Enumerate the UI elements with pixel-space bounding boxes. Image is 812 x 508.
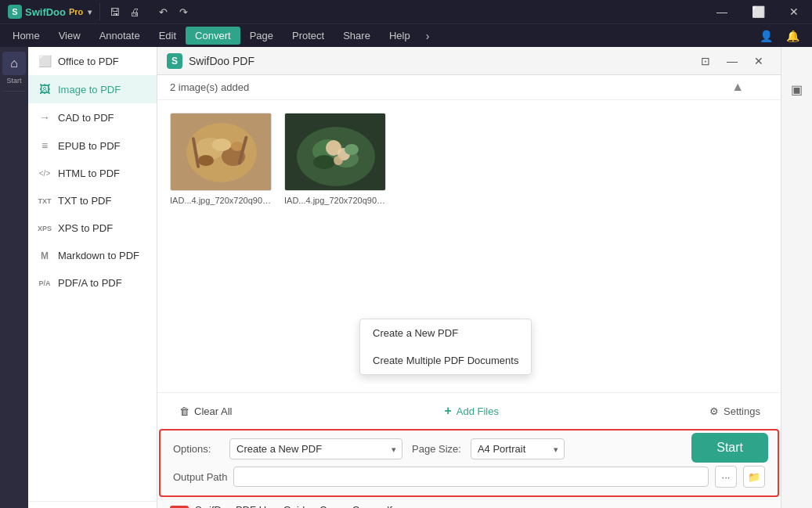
image-item: IAD...4.jpg_720x720q90g.jpg: [170, 113, 272, 205]
sidebar-item-office-to-pdf[interactable]: ⬜ Office to PDF: [28, 47, 157, 75]
menu-more-button[interactable]: ›: [420, 27, 436, 45]
minimize-button[interactable]: —: [704, 0, 740, 23]
left-panel: ⬜ Office to PDF 🖼 Image to PDF → CAD to …: [28, 47, 157, 508]
chrome-controls: ⊡ — ✕: [693, 51, 771, 71]
cad-icon: →: [38, 111, 52, 124]
html-label: HTML to PDF: [58, 168, 120, 179]
html-icon: </>: [38, 169, 52, 178]
window-minimize-button[interactable]: —: [720, 51, 745, 71]
food-image-2: [285, 113, 385, 190]
app-icon-small: S: [167, 53, 182, 69]
menu-right-icons: 👤 🔔: [756, 27, 809, 45]
markdown-icon: M: [38, 250, 52, 261]
sidebar-divider: [3, 91, 25, 92]
window-close-button[interactable]: ✕: [746, 51, 771, 71]
undo-button[interactable]: ↶: [153, 3, 172, 20]
app-icon: S: [8, 5, 22, 19]
notification-icon-button[interactable]: 🔔: [782, 27, 803, 45]
output-path-dots-button[interactable]: ···: [715, 466, 737, 488]
sidebar-item-cad-to-pdf[interactable]: → CAD to PDF: [28, 103, 157, 132]
output-path-input[interactable]: [233, 467, 709, 487]
undo-redo-toolbar: ↶ ↷: [149, 3, 197, 20]
right-sidebar-grid-button[interactable]: ▣: [785, 77, 810, 102]
more-features-button[interactable]: ‹ More Features: [28, 501, 157, 508]
menu-item-protect[interactable]: Protect: [283, 27, 334, 45]
file-name: SwifDoo PDF User Guide - Copy - Copy.pdf: [195, 504, 718, 508]
menu-item-convert[interactable]: Convert: [186, 27, 240, 45]
options-select[interactable]: Create a New PDF Create Multiple PDF Doc…: [229, 438, 402, 459]
output-path-folder-button[interactable]: 📁: [743, 466, 765, 488]
user-icon-button[interactable]: 👤: [756, 27, 776, 45]
add-files-button[interactable]: + Add Files: [435, 399, 508, 423]
window-chrome: S SwifDoo PDF ⊡ — ✕: [157, 47, 781, 75]
content-panel: 2 image(s) added: [157, 75, 781, 508]
settings-label: Settings: [724, 405, 760, 417]
options-select-wrapper: Create a New PDF Create Multiple PDF Doc…: [229, 438, 402, 459]
redo-button[interactable]: ↷: [174, 3, 193, 20]
scroll-controls: ▲: [727, 75, 749, 99]
menu-item-annotate[interactable]: Annotate: [90, 27, 150, 45]
images-count: 2 image(s) added: [170, 81, 249, 93]
svg-point-16: [345, 144, 359, 155]
window-resize-button[interactable]: ⊡: [693, 51, 718, 71]
svg-point-5: [198, 155, 214, 166]
image-label-2: IAD...4.jpg_720x720q90g.jpg: [284, 196, 386, 205]
cad-label: CAD to PDF: [58, 112, 114, 124]
scroll-up-button[interactable]: ▲: [730, 78, 745, 95]
output-path-label: Output Path: [173, 471, 227, 483]
svg-point-17: [334, 156, 343, 165]
xps-label: XPS to PDF: [58, 222, 113, 234]
maximize-button[interactable]: ⬜: [740, 0, 776, 23]
save-button[interactable]: 🖫: [105, 3, 124, 20]
file-entry-details: SwifDoo PDF User Guide - Copy - Copy.pdf…: [195, 504, 718, 508]
sidebar-item-epub-to-pdf[interactable]: ≡ EPUB to PDF: [28, 132, 157, 160]
bottom-toolbar: 🗑 Clear All + Add Files ⚙ Settings: [157, 392, 781, 429]
start-button[interactable]: Start: [691, 433, 768, 463]
epub-label: EPUB to PDF: [58, 140, 120, 152]
dropdown-item-new-pdf[interactable]: Create a New PDF: [360, 319, 531, 347]
file-icon: PDF: [170, 506, 189, 509]
title-bar: S SwifDoo Pro ▾ 🖫 🖨 ↶ ↷ — ⬜ ✕: [0, 0, 812, 23]
dropdown-item-multiple-pdf[interactable]: Create Multiple PDF Documents: [360, 347, 531, 374]
menu-item-home[interactable]: Home: [3, 27, 49, 45]
menu-item-help[interactable]: Help: [380, 27, 420, 45]
office-icon: ⬜: [38, 55, 52, 67]
sidebar-icons: ⌂ Start: [0, 47, 28, 508]
app-logo: S SwifDoo Pro ▾: [0, 5, 99, 19]
menu-item-share[interactable]: Share: [334, 27, 380, 45]
markdown-label: Markdown to PDF: [58, 250, 139, 261]
settings-button[interactable]: ⚙ Settings: [702, 401, 768, 422]
grid-icon: ▣: [791, 82, 803, 97]
sidebar-item-txt-to-pdf[interactable]: TXT TXT to PDF: [28, 187, 157, 214]
sidebar-item-xps-to-pdf[interactable]: XPS XPS to PDF: [28, 214, 157, 242]
menu-item-view[interactable]: View: [49, 27, 90, 45]
food-image-1: [171, 113, 271, 190]
pro-badge: Pro: [69, 7, 83, 16]
close-button[interactable]: ✕: [776, 0, 812, 23]
main-content: S SwifDoo PDF ⊡ — ✕ ▲ 2 image(s) added: [157, 47, 781, 508]
sidebar-item-markdown-to-pdf[interactable]: M Markdown to PDF: [28, 242, 157, 269]
image-thumbnail-1: [170, 113, 272, 191]
epub-icon: ≡: [38, 139, 52, 152]
menu-item-edit[interactable]: Edit: [150, 27, 186, 45]
clear-all-button[interactable]: 🗑 Clear All: [170, 401, 241, 422]
sidebar-item-html-to-pdf[interactable]: </> HTML to PDF: [28, 160, 157, 187]
image-thumbnail-2: [284, 113, 386, 191]
sidebar-item-image-to-pdf[interactable]: 🖼 Image to PDF: [28, 75, 157, 103]
options-area: Options: Create a New PDF Create Multipl…: [159, 429, 779, 497]
right-sidebar-expand-button[interactable]: ›: [789, 502, 805, 508]
pdfa-icon: P/A: [38, 279, 52, 287]
output-row: Output Path ··· 📁: [173, 466, 765, 488]
pdfa-label: PDF/A to PDF: [58, 277, 122, 289]
sidebar-item-pdfa-to-pdf[interactable]: P/A PDF/A to PDF: [28, 269, 157, 297]
menu-item-page[interactable]: Page: [240, 27, 283, 45]
dropdown-arrow-icon[interactable]: ▾: [88, 8, 92, 16]
page-size-select-wrapper: A4 Portrait A4 Landscape Letter: [471, 438, 565, 459]
xps-icon: XPS: [38, 225, 52, 232]
start-label: Start: [6, 77, 21, 85]
options-row: Options: Create a New PDF Create Multipl…: [173, 438, 765, 459]
page-size-select[interactable]: A4 Portrait A4 Landscape Letter: [471, 438, 565, 459]
home-sidebar-button[interactable]: ⌂: [2, 52, 26, 75]
print-button[interactable]: 🖨: [125, 3, 144, 20]
file-entry: PDF SwifDoo PDF User Guide - Copy - Copy…: [157, 499, 781, 508]
